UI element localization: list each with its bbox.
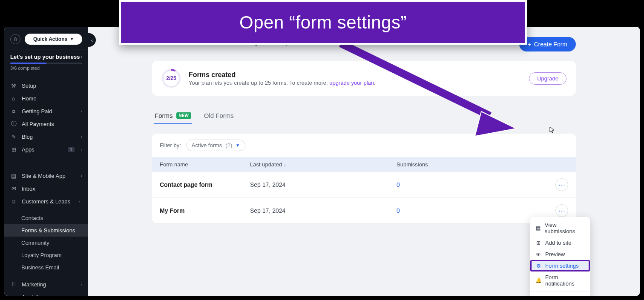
sidebar-subitem-community[interactable]: Community — [4, 237, 88, 249]
table-row[interactable]: Contact page formSep 17, 20240⋯ — [152, 172, 576, 198]
col-form-name[interactable]: Form name — [160, 161, 250, 168]
nav-label: Apps — [22, 146, 63, 153]
forms-table-card: Filter by: Active forms (2) ▼ Form name … — [152, 134, 576, 223]
nav-icon: ¤ — [10, 108, 17, 114]
chevron-right-icon: › — [81, 109, 82, 114]
upgrade-plan-link[interactable]: upgrade your plan — [329, 80, 374, 86]
sidebar-subitem-forms-submissions[interactable]: Forms & Submissions — [4, 224, 88, 237]
cell-form-name: My Form — [160, 207, 250, 214]
sidebar-subitem-contacts[interactable]: Contacts — [4, 212, 88, 224]
nav-label: Setup — [22, 83, 82, 89]
nav-icon: ⓘ — [10, 120, 17, 127]
nav-icon: ⚐ — [10, 281, 17, 288]
create-form-button[interactable]: + Create Form — [519, 37, 576, 51]
filter-count: (2) — [225, 142, 232, 149]
menu-form-notifications[interactable]: 🔔Form notifications — [530, 271, 590, 289]
nav-label: Marketing — [22, 281, 76, 288]
plan-card-desc: Your plan lets you create up to 25 forms… — [189, 80, 376, 86]
cell-last-updated: Sep 17, 2024 — [250, 207, 397, 214]
nav-icon: ⊞ — [10, 146, 17, 153]
nav-label: Site & Mobile App — [22, 173, 76, 179]
menu-preview[interactable]: 👁Preview — [530, 249, 590, 260]
row-more-button[interactable]: ⋯ — [555, 178, 568, 191]
nav-icon: ⚒ — [10, 82, 17, 89]
setup-business-label: Let's set up your business — [10, 54, 80, 60]
sidebar-item-home[interactable]: ⌂Home — [4, 92, 88, 105]
sidebar-subitem-business-email[interactable]: Business Email — [4, 261, 88, 274]
plan-usage-gauge: 2/25 — [161, 69, 181, 88]
list-icon: ▤ — [535, 225, 541, 231]
cell-form-name: Contact page form — [160, 181, 250, 188]
filter-select[interactable]: Active forms (2) ▼ — [186, 140, 245, 151]
app-frame: ‹ ☆ Quick Actions ▼ Let's set up your bu… — [4, 27, 640, 296]
chevron-right-icon: › — [81, 54, 82, 59]
chevron-right-icon: › — [81, 295, 82, 296]
filter-label: Filter by: — [160, 142, 181, 149]
menu-add-to-site[interactable]: ⊞Add to site — [530, 237, 590, 249]
nav-label: Getting Paid — [22, 108, 76, 114]
gear-icon: ⚙ — [535, 263, 541, 269]
sidebar-item-setup[interactable]: ⚒Setup — [4, 79, 88, 92]
create-form-label: Create Form — [534, 41, 567, 48]
sidebar-item-apps[interactable]: ⊞Apps1› — [4, 143, 88, 156]
instruction-banner: Open “form settings” — [119, 0, 527, 45]
plan-card-title: Forms created — [189, 71, 376, 79]
nav-label: Blog — [22, 134, 76, 140]
setup-progress-bar — [10, 63, 82, 64]
table-header: Form name Last updated ↓ Submissions — [152, 157, 576, 172]
chevron-right-icon: › — [81, 134, 82, 139]
tab-old-forms[interactable]: Old Forms — [203, 108, 235, 124]
nav-label: Home — [22, 95, 82, 102]
quick-actions-label: Quick Actions — [33, 36, 67, 42]
sidebar-item-marketing[interactable]: ⚐Marketing› — [4, 278, 88, 291]
main-content: Create forms, collect submissions and ge… — [88, 27, 640, 296]
nav-icon: ⤳ — [10, 294, 17, 296]
menu-view-submissions[interactable]: ▤View submissions — [530, 219, 590, 237]
upgrade-button[interactable]: Upgrade — [529, 72, 566, 85]
chevron-right-icon: › — [81, 147, 82, 152]
row-context-menu: ▤View submissions ⊞Add to site 👁Preview … — [530, 217, 590, 296]
setup-business-row[interactable]: Let's set up your business › — [10, 54, 82, 60]
nav-badge: 1 — [68, 147, 75, 152]
subnav-label: Community — [21, 240, 82, 246]
sidebar-item-getting-paid[interactable]: ¤Getting Paid› — [4, 105, 88, 117]
subnav-label: Forms & Submissions — [21, 227, 82, 234]
cell-submissions[interactable]: 0 — [397, 207, 543, 214]
nav-label: All Payments — [22, 121, 82, 127]
nav-icon: ✎ — [10, 133, 17, 140]
eye-icon: 👁 — [535, 251, 541, 257]
setup-progress-count: 3/6 completed — [10, 66, 82, 71]
tab-forms[interactable]: Forms NEW — [154, 108, 192, 124]
chevron-down-icon: ▼ — [70, 37, 74, 41]
menu-form-settings[interactable]: ⚙Form settings — [530, 260, 590, 271]
nav-label: Customers & Leads — [22, 198, 74, 205]
bell-icon: 🔔 — [535, 277, 541, 283]
chevron-right-icon: › — [81, 174, 82, 178]
col-last-updated[interactable]: Last updated ↓ — [250, 161, 397, 168]
quick-actions-button[interactable]: Quick Actions ▼ — [25, 34, 82, 45]
table-row[interactable]: My FormSep 17, 20240⋯ — [152, 198, 576, 223]
sidebar-item-analytics[interactable]: ⤳Analytics› — [4, 291, 88, 296]
nav-label: Inbox — [22, 186, 82, 192]
sidebar-item-inbox[interactable]: ✉Inbox — [4, 182, 88, 195]
subnav-label: Loyalty Program — [21, 252, 82, 258]
nav-icon: ⌂ — [10, 95, 17, 102]
sidebar-item-all-payments[interactable]: ⓘAll Payments — [4, 117, 88, 130]
nav-label: Analytics — [22, 294, 76, 296]
new-badge: NEW — [176, 112, 191, 119]
sort-down-icon: ↓ — [284, 162, 286, 167]
menu-make-copy[interactable]: ⧉Make a copy — [530, 293, 590, 296]
svg-point-4 — [163, 70, 180, 87]
sidebar-item-site-mobile-app[interactable]: ▤Site & Mobile App› — [4, 169, 88, 182]
sidebar-item-blog[interactable]: ✎Blog› — [4, 130, 88, 143]
filter-selected-value: Active forms — [192, 142, 222, 149]
col-submissions[interactable]: Submissions — [397, 161, 543, 168]
tab-forms-label: Forms — [155, 112, 173, 119]
plan-usage-card: 2/25 Forms created Your plan lets you cr… — [152, 61, 576, 96]
sidebar-subitem-loyalty-program[interactable]: Loyalty Program — [4, 249, 88, 261]
row-more-button[interactable]: ⋯ — [555, 204, 568, 217]
nav-icon: ▤ — [10, 172, 17, 179]
sidebar: ‹ ☆ Quick Actions ▼ Let's set up your bu… — [4, 27, 88, 296]
sidebar-item-customers-leads[interactable]: ☺Customers & Leads⌄ — [4, 195, 88, 208]
cell-submissions[interactable]: 0 — [397, 181, 543, 188]
